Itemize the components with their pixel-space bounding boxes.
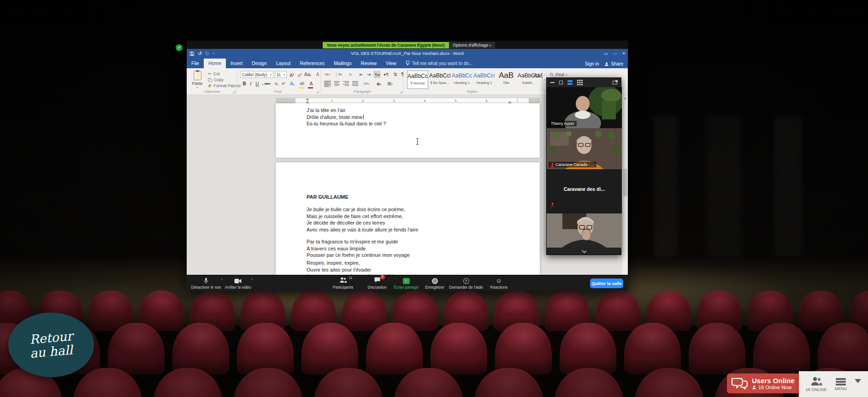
video-options-caret-icon[interactable]: ^	[251, 278, 253, 282]
multilevel-list-button[interactable]: ⁝▾	[347, 71, 354, 78]
chat-button[interactable]: 7 Discussion	[363, 277, 391, 290]
stop-video-button[interactable]: ^ Arrêter la vidéo	[223, 277, 253, 290]
users-online-widget[interactable]: Users Online 18 Online Now	[727, 373, 799, 393]
font-color-button[interactable]: A	[308, 80, 314, 87]
users-online-title: Users Online	[752, 377, 795, 385]
video-tile-1[interactable]: Thierry Auzer	[547, 87, 622, 128]
leave-meeting-button[interactable]: Quitter la salle	[590, 278, 623, 288]
collapse-menu-caret-icon[interactable]	[855, 379, 861, 383]
popout-panel-icon[interactable]	[613, 81, 617, 84]
paragraph-dialog-launcher-icon[interactable]	[400, 91, 402, 93]
tell-me-box[interactable]: Tell me what you want to do...	[401, 59, 478, 68]
grid-view-icon[interactable]	[577, 80, 583, 85]
menu-button[interactable]: MENU	[835, 377, 847, 391]
tab-layout[interactable]: Layout	[272, 59, 295, 68]
cut-button[interactable]: ✂ Cut	[208, 71, 220, 76]
view-options-dropdown[interactable]: Options d'affichage ▾	[449, 42, 496, 48]
tab-mailings[interactable]: Mailings	[329, 59, 356, 68]
shrink-font-button[interactable]: A▾	[296, 71, 303, 78]
right-to-left-button[interactable]: ▸¶	[383, 71, 390, 78]
style-subtle-emphasis[interactable]: AaBbCcD	[533, 71, 543, 89]
share-screen-button[interactable]: ↑ Écran partagé	[391, 277, 421, 290]
document-page-1[interactable]: J'ai la tête en l'air Drôle d'allure, tr…	[276, 103, 540, 158]
paste-dropdown-icon[interactable]: ▾	[190, 86, 204, 89]
speaker-view-icon[interactable]	[559, 81, 563, 84]
paste-button[interactable]: Paste ▾	[190, 71, 204, 91]
tab-references[interactable]: References	[295, 59, 329, 68]
scrollbar-thumb[interactable]	[623, 169, 627, 196]
video-tile-2[interactable]: Caravane Canada - ...	[547, 128, 622, 169]
borders-button[interactable]: ⊞▾	[387, 80, 393, 87]
tab-design[interactable]: Design	[247, 59, 272, 68]
ruler-number: 1	[331, 99, 333, 103]
sort-button[interactable]: ⇅	[392, 71, 399, 78]
document-page-2[interactable]: PAR GUILLAUME Je bulle je bulle car je d…	[276, 162, 540, 275]
bullet-list-button[interactable]: ≔▾	[324, 71, 331, 78]
format-painter-icon	[208, 84, 212, 88]
align-right-button[interactable]	[342, 80, 349, 87]
share-button[interactable]: Share	[604, 61, 623, 66]
record-button[interactable]: Enregistrer	[421, 277, 448, 290]
muted-mic-icon	[551, 163, 554, 167]
align-center-button[interactable]	[333, 80, 340, 87]
line-spacing-button[interactable]: ↕≡▾	[363, 80, 369, 87]
online-users-button[interactable]: 18 ONLINE	[806, 376, 827, 392]
font-size-combobox[interactable]: 11 ▾	[275, 71, 287, 78]
decrease-indent-button[interactable]: ⇤	[358, 71, 365, 78]
grow-font-button[interactable]: A▴	[289, 71, 295, 78]
font-dialog-launcher-icon[interactable]	[316, 91, 319, 93]
reactions-button[interactable]: ☺ Réactions	[485, 277, 512, 290]
shading-button[interactable]: ◆▾	[376, 80, 382, 87]
tab-view[interactable]: View	[381, 59, 401, 68]
justify-button[interactable]	[352, 80, 358, 87]
tab-file[interactable]: File	[187, 59, 204, 68]
chevron-down-icon: ▾	[566, 73, 567, 76]
video-tile-4[interactable]	[547, 209, 622, 249]
align-left-button[interactable]	[324, 80, 331, 87]
style-title[interactable]: AaB Title	[496, 71, 517, 89]
tab-insert[interactable]: Insert	[226, 59, 247, 68]
numbered-list-button[interactable]: ⋮≡▾	[334, 71, 342, 78]
style-normal[interactable]: AaBbCcDc ¶ Normal	[407, 71, 428, 89]
find-button[interactable]: Find ▾	[549, 72, 567, 77]
style-heading-2[interactable]: AaBbCcC Heading 2	[473, 71, 495, 89]
text-effects-button[interactable]: A▾	[289, 80, 295, 87]
clipboard-dialog-launcher-icon[interactable]	[233, 91, 235, 93]
collapse-panel-chevron-icon[interactable]	[581, 249, 586, 253]
tab-review[interactable]: Review	[356, 59, 381, 68]
tab-home[interactable]: Home	[204, 59, 226, 68]
ask-for-help-button[interactable]: ? Demander de l'aide	[447, 277, 485, 290]
vertical-scrollbar[interactable]: ▲	[622, 95, 628, 275]
mute-button[interactable]: ^ Désactiver le son	[189, 277, 224, 290]
font-name-combobox[interactable]: Calibri (Body) ▾	[240, 71, 273, 78]
superscript-button[interactable]: x²	[280, 80, 287, 87]
show-paragraph-marks-button[interactable]: ¶	[399, 71, 406, 78]
change-case-button[interactable]: Aa▾	[304, 71, 311, 78]
clipboard-icon	[194, 71, 201, 80]
gallery-view-icon[interactable]	[567, 80, 573, 85]
close-window-icon[interactable]: ✕	[622, 51, 626, 56]
strikethrough-button[interactable]: abc	[264, 80, 271, 87]
subscript-button[interactable]: x₂	[273, 80, 280, 87]
format-painter-button[interactable]: Format Painter	[208, 83, 241, 88]
help-icon: ?	[463, 278, 469, 284]
italic-button[interactable]: I	[248, 80, 254, 87]
increase-indent-button[interactable]: ⇥	[366, 71, 372, 78]
sign-in-button[interactable]: Sign in	[585, 61, 599, 66]
style-no-spacing[interactable]: AaBbCcDc ¶ No Spac...	[429, 71, 450, 89]
minimize-window-icon[interactable]: —	[613, 51, 617, 56]
clear-formatting-button[interactable]: A	[314, 71, 321, 78]
bold-button[interactable]: B	[241, 80, 248, 87]
video-tile-3[interactable]: Caravane des di...	[547, 169, 622, 209]
window-controls: ▭ — ✕	[604, 49, 626, 58]
style-heading-1[interactable]: AaBbCc Heading 1	[451, 71, 472, 89]
scroll-up-icon[interactable]: ▲	[622, 96, 628, 100]
highlight-color-button[interactable]: ab	[299, 80, 305, 87]
clipboard-group-label: Clipboard	[204, 89, 220, 94]
left-to-right-button[interactable]: ¶◂	[374, 71, 380, 78]
return-to-hall-button[interactable]: Retour au hall	[8, 313, 94, 377]
participants-button[interactable]: 11 Participants	[328, 277, 358, 290]
copy-button[interactable]: Copy	[208, 77, 224, 82]
minimize-panel-icon[interactable]	[550, 82, 555, 83]
ribbon-display-options-icon[interactable]: ▭	[604, 51, 608, 56]
